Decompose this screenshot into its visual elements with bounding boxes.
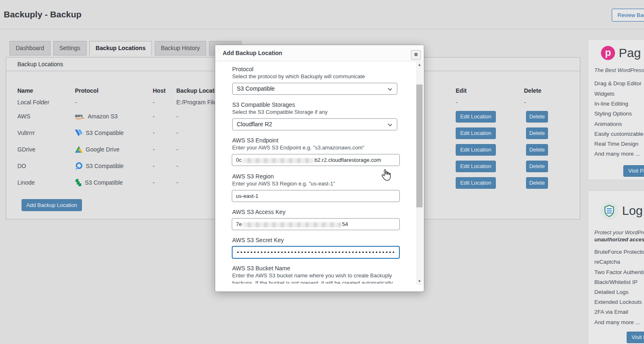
edit-location-button[interactable]: Edit Location (456, 127, 496, 139)
svg-text:aws: aws (75, 113, 83, 118)
secret-key-input-wrap (232, 246, 400, 259)
loginizer-feature: And many more ... (594, 319, 640, 325)
protocol-label: Google Drive (86, 144, 120, 155)
loginizer-logo: Log (600, 202, 643, 220)
delete-button[interactable]: Delete (526, 127, 548, 139)
pagelayer-feature: Animations (594, 121, 622, 127)
row-host: - (153, 144, 155, 155)
delete-button[interactable]: Delete (526, 161, 548, 172)
storages-label: S3 Compatible Storages (232, 101, 295, 108)
bucket-description-line1: Enter the AWS S3 bucket name where you w… (232, 272, 392, 279)
secret-key-label: AWS S3 Secret Key (232, 237, 284, 243)
scrollbar-thumb[interactable] (416, 84, 423, 207)
scrollbar-up-arrow-icon[interactable]: ▲ (416, 62, 423, 68)
row-backup-location: - (176, 177, 178, 188)
row-name: AWS (17, 111, 30, 122)
col-header-protocol: Protocol (75, 85, 99, 96)
modal-scrollbar[interactable]: ▲ ▼ (416, 62, 423, 285)
delete-button[interactable]: Delete (526, 111, 548, 123)
pagelayer-feature: Widgets (594, 91, 615, 97)
loginizer-shield-icon (600, 202, 618, 220)
loginizer-feature: Detailed Logs (594, 289, 629, 295)
modal-body: Protocol Select the protocol by which Ba… (215, 62, 416, 284)
tab-dashboard[interactable]: Dashboard (10, 41, 50, 55)
pagelayer-brand-text: Pag (619, 46, 641, 60)
modal-header: Add Backup Location ✖ (215, 45, 424, 61)
pagelayer-feature: Real Time Design (594, 141, 639, 147)
row-host: - (153, 96, 155, 108)
pagelayer-feature: In-line Editing (594, 101, 628, 107)
bucket-description-line2: backups. If the bucket is not present, i… (232, 280, 393, 284)
row-name: Linode (17, 177, 35, 188)
row-protocol: S3 Compatible (75, 160, 124, 172)
pagelayer-feature: Easily customizable (594, 131, 644, 137)
linode-icon (75, 179, 82, 186)
loginizer-promo-card: Log Protect your WordPre unauthorized ac… (588, 190, 644, 344)
row-delete-placeholder: - (524, 96, 526, 108)
loginizer-brand-text: Log (622, 204, 643, 218)
row-backup-location: - (176, 111, 178, 122)
add-backup-location-button[interactable]: Add Backup Location (22, 199, 82, 211)
col-header-delete: Delete (524, 85, 541, 96)
row-host: - (153, 160, 155, 172)
delete-button[interactable]: Delete (526, 144, 548, 156)
visit-pagelayer-button[interactable]: Visit Pa (623, 165, 644, 177)
loginizer-tagline-line2: unauthorized access (594, 236, 644, 243)
pagelayer-promo-card: p Pag The Best WordPress S Drag & Drop E… (588, 39, 644, 180)
row-name: Vultrrrr (17, 127, 35, 139)
review-backuply-button[interactable]: Review Back (612, 9, 644, 22)
close-icon[interactable]: ✖ (411, 50, 421, 60)
region-description: Enter your AWS S3 Region e.g. "us-east-1… (232, 180, 335, 187)
row-protocol: S3 Compatible (75, 127, 124, 139)
region-input[interactable] (236, 190, 396, 202)
loginizer-feature: reCaptcha (594, 259, 620, 265)
delete-button[interactable]: Delete (526, 177, 548, 189)
row-protocol: Google Drive (75, 144, 120, 155)
row-protocol: - (75, 96, 77, 108)
endpoint-redacted-blur (243, 158, 314, 163)
row-name: DO (17, 160, 26, 172)
protocol-select[interactable]: S3 Compatible (232, 83, 397, 95)
protocol-label: Amazon S3 (88, 111, 118, 122)
row-host: - (153, 127, 155, 139)
edit-location-button[interactable]: Edit Location (456, 161, 496, 172)
row-backup-location: - (176, 127, 178, 139)
tab-backup-locations[interactable]: Backup Locations (89, 41, 152, 55)
storages-description: Select the S3 Compatible Storage if any (232, 109, 328, 115)
edit-location-button[interactable]: Edit Location (456, 177, 496, 189)
row-backup-location: - (176, 160, 178, 172)
aws-icon: aws (75, 113, 85, 120)
loginizer-feature: Extended Lockouts (594, 299, 642, 305)
protocol-description: Select the protocol by which Backuply wi… (232, 73, 365, 79)
access-key-input[interactable]: 7e54 (232, 218, 400, 230)
endpoint-description: Enter your AWS S3 Endpoint e.g. "s3.amaz… (232, 144, 364, 151)
page-title: Backuply - Backup (4, 10, 82, 19)
row-protocol: S3 Compatible (75, 177, 123, 188)
tab-settings[interactable]: Settings (53, 41, 87, 55)
endpoint-value-end: b2.r2.cloudflarestorage.com (315, 157, 381, 163)
loginizer-feature: Black/Whitelist IP (594, 279, 637, 285)
secret-key-input[interactable] (236, 247, 395, 258)
storages-select-value: Cloudflare R2 (237, 121, 272, 127)
vultr-icon (75, 130, 83, 137)
loginizer-feature: BruteForce Protection (594, 249, 644, 255)
access-key-label: AWS S3 Access Key (232, 209, 286, 215)
chevron-down-icon (388, 122, 392, 126)
pagelayer-feature: Styling Options (594, 111, 632, 117)
row-backup-location: E:/Program Files (176, 96, 219, 108)
protocol-label: Protocol (232, 66, 253, 72)
col-header-host: Host (153, 85, 166, 96)
scrollbar-down-arrow-icon[interactable]: ▼ (416, 278, 423, 285)
access-key-value-end: 54 (342, 221, 348, 227)
edit-location-button[interactable]: Edit Location (456, 144, 496, 156)
endpoint-input[interactable]: 0cb2.r2.cloudflarestorage.com (232, 154, 400, 166)
visit-loginizer-button[interactable]: Visit Lo (627, 332, 644, 343)
storages-select[interactable]: Cloudflare R2 (232, 118, 397, 130)
endpoint-value-start: 0c (236, 157, 242, 163)
row-edit-placeholder: - (456, 96, 458, 108)
loginizer-feature: 2FA via Email (594, 309, 628, 315)
modal-title: Add Backup Location (223, 50, 282, 56)
tab-backup-history[interactable]: Backup History (155, 41, 206, 55)
edit-location-button[interactable]: Edit Location (456, 111, 496, 123)
protocol-select-value: S3 Compatible (237, 85, 275, 92)
